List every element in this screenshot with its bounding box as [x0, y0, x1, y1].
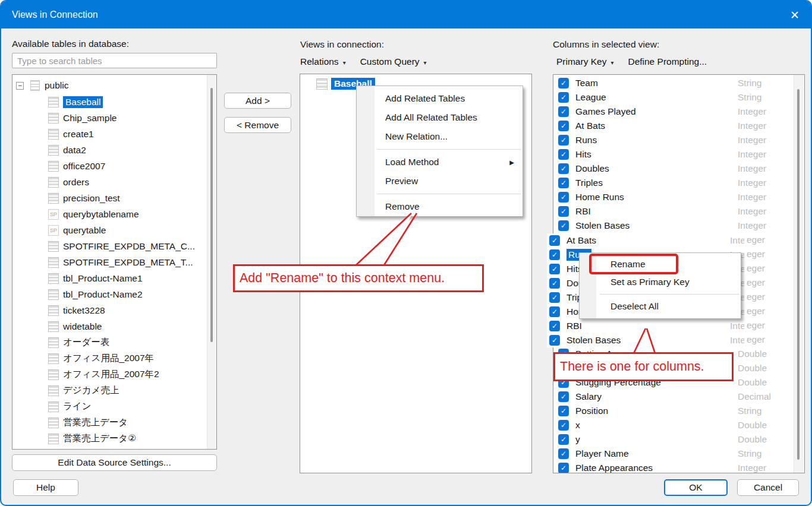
- checkbox-checked-icon[interactable]: ✓: [549, 335, 560, 346]
- checkbox-checked-icon[interactable]: ✓: [558, 178, 569, 188]
- column-row[interactable]: ✓ Hits Integer: [553, 147, 804, 162]
- menu-item[interactable]: Add All Related Tables: [357, 108, 523, 127]
- checkbox-checked-icon[interactable]: ✓: [558, 434, 569, 445]
- checkbox-checked-icon[interactable]: ✓: [549, 249, 560, 260]
- checkbox-checked-icon[interactable]: ✓: [549, 292, 560, 303]
- column-type: Double: [738, 434, 767, 445]
- table-tree-item[interactable]: SP tbl_Product-Name1: [12, 270, 216, 286]
- table-tree-item[interactable]: SP orders: [12, 174, 216, 190]
- menu-item[interactable]: Remove: [357, 197, 523, 216]
- search-input[interactable]: [12, 53, 217, 68]
- checkbox-checked-icon[interactable]: ✓: [549, 306, 560, 317]
- cancel-button[interactable]: Cancel: [737, 479, 799, 496]
- table-tree-item[interactable]: SP tbl_Product-Name2: [12, 286, 216, 302]
- checkbox-checked-icon[interactable]: ✓: [558, 192, 569, 203]
- help-button[interactable]: Help: [13, 479, 78, 496]
- column-row[interactable]: ✓ y Double: [553, 432, 804, 447]
- menu-item[interactable]: Preview: [357, 172, 523, 191]
- collapse-expander-icon[interactable]: −: [16, 82, 24, 90]
- table-tree-item[interactable]: SP querybytablename: [12, 206, 216, 222]
- table-tree-item[interactable]: SP デジカメ売上: [12, 382, 216, 399]
- checkbox-checked-icon[interactable]: ✓: [558, 220, 569, 231]
- table-tree-item[interactable]: SP office2007: [12, 158, 216, 174]
- table-tree-item[interactable]: SP ticket3228: [12, 302, 216, 318]
- column-row[interactable]: ✓ Games Played Integer: [553, 105, 804, 119]
- checkbox-checked-icon[interactable]: ✓: [558, 448, 569, 459]
- table-tree-item[interactable]: SP querytable: [12, 222, 216, 238]
- column-row[interactable]: ✓ Runs Integer: [553, 133, 804, 147]
- column-row[interactable]: ✓ Doubles Integer: [553, 162, 804, 176]
- menu-item[interactable]: Add Related Tables: [357, 89, 523, 108]
- table-tree-item[interactable]: SP オーダー表: [12, 334, 216, 350]
- column-row[interactable]: ✓ x Double: [553, 418, 804, 432]
- dropdown-button[interactable]: Define Prompting...: [628, 56, 711, 67]
- table-tree-item[interactable]: SP 営業売上データ: [12, 415, 216, 431]
- menu-item[interactable]: [377, 194, 521, 194]
- column-row[interactable]: ✓ Position String: [553, 404, 804, 418]
- column-row[interactable]: ✓ Team String: [553, 76, 804, 90]
- table-tree-item[interactable]: SP Chip_sample: [12, 110, 216, 126]
- checkbox-checked-icon[interactable]: ✓: [558, 106, 569, 117]
- table-tree-item[interactable]: SP 営業売上データ②: [12, 431, 216, 447]
- column-type: Integer: [738, 135, 766, 146]
- dropdown-button[interactable]: Relations ▾: [300, 56, 346, 67]
- checkbox-checked-icon[interactable]: ✓: [558, 135, 569, 146]
- stored-procedure-icon: SP: [50, 227, 57, 233]
- table-tree-item[interactable]: SP SPOTFIRE_EXPDB_META_C...: [12, 238, 216, 254]
- column-row[interactable]: ✓ Salary Decimal: [553, 390, 804, 404]
- checkbox-checked-icon[interactable]: ✓: [558, 420, 569, 431]
- table-tree-item[interactable]: SP ライン: [12, 399, 216, 415]
- checkbox-checked-icon[interactable]: ✓: [558, 121, 569, 131]
- column-row[interactable]: ✓ League String: [553, 90, 804, 105]
- dropdown-button[interactable]: Primary Key ▾: [556, 56, 613, 67]
- ok-button[interactable]: OK: [664, 479, 728, 496]
- column-row[interactable]: ✓ RBI Integer: [547, 319, 744, 333]
- dropdown-label: Primary Key: [556, 56, 606, 67]
- title-bar[interactable]: Views in Connection ✕: [1, 1, 811, 29]
- table-tree-item[interactable]: SP Baseball: [12, 94, 216, 110]
- dropdown-button[interactable]: Custom Query ▾: [360, 56, 427, 67]
- checkbox-checked-icon[interactable]: ✓: [558, 206, 569, 217]
- remove-button[interactable]: < Remove: [224, 117, 291, 133]
- menu-item[interactable]: New Relation...: [357, 127, 523, 146]
- column-row[interactable]: ✓ Triples Integer: [553, 176, 804, 190]
- checkbox-checked-icon[interactable]: ✓: [549, 278, 560, 289]
- column-row[interactable]: ✓ At Bats Integer: [547, 233, 744, 248]
- tree-root-public[interactable]: − public: [12, 77, 216, 94]
- table-tree-item[interactable]: SP オフィス用品_2007年2: [12, 366, 216, 382]
- checkbox-checked-icon[interactable]: ✓: [558, 149, 569, 160]
- menu-item[interactable]: Load Method ▶: [357, 153, 523, 172]
- column-row[interactable]: ✓ Player Name String: [553, 447, 804, 461]
- table-tree-item[interactable]: SP widetable: [12, 318, 216, 334]
- checkbox-checked-icon[interactable]: ✓: [549, 235, 560, 246]
- checkbox-checked-icon[interactable]: ✓: [558, 391, 569, 402]
- menu-item[interactable]: [600, 294, 739, 295]
- table-tree-item[interactable]: SP precision_test: [12, 190, 216, 206]
- column-row[interactable]: ✓ RBI Integer: [553, 204, 804, 219]
- menu-item[interactable]: Deselect All: [580, 298, 741, 315]
- column-row[interactable]: ✓ Stolen Bases Integer: [547, 333, 744, 347]
- close-icon[interactable]: ✕: [783, 4, 806, 26]
- checkbox-checked-icon[interactable]: ✓: [558, 78, 569, 88]
- edit-data-source-settings-button[interactable]: Edit Data Source Settings...: [12, 454, 217, 471]
- checkbox-checked-icon[interactable]: ✓: [558, 406, 569, 416]
- checkbox-checked-icon[interactable]: ✓: [549, 321, 560, 331]
- add-button[interactable]: Add >: [224, 93, 291, 109]
- checkbox-checked-icon[interactable]: ✓: [549, 264, 560, 274]
- columns-scrollbar-thumb[interactable]: [797, 89, 800, 460]
- checkbox-checked-icon[interactable]: ✓: [558, 463, 569, 473]
- table-tree-item[interactable]: SP オフィス用品_2007年: [12, 350, 216, 366]
- checkbox-checked-icon[interactable]: ✓: [558, 163, 569, 174]
- menu-item[interactable]: [377, 149, 521, 150]
- menu-item[interactable]: Set as Primary Key: [580, 273, 741, 291]
- checkbox-checked-icon[interactable]: ✓: [558, 92, 569, 103]
- tree-scrollbar-thumb[interactable]: [210, 88, 213, 342]
- column-row[interactable]: ✓ Plate Appearances Integer: [553, 461, 804, 473]
- table-tree-item[interactable]: SP create1: [12, 126, 216, 142]
- column-row[interactable]: ✓ At Bats Integer: [553, 119, 804, 133]
- table-tree-item[interactable]: SP 顧客マスタ: [12, 447, 216, 450]
- table-tree-item[interactable]: SP SPOTFIRE_EXPDB_META_T...: [12, 254, 216, 270]
- column-row[interactable]: ✓ Home Runs Integer: [553, 190, 804, 204]
- table-tree-item[interactable]: SP data2: [12, 142, 216, 158]
- column-row[interactable]: ✓ Stolen Bases Integer: [553, 219, 804, 233]
